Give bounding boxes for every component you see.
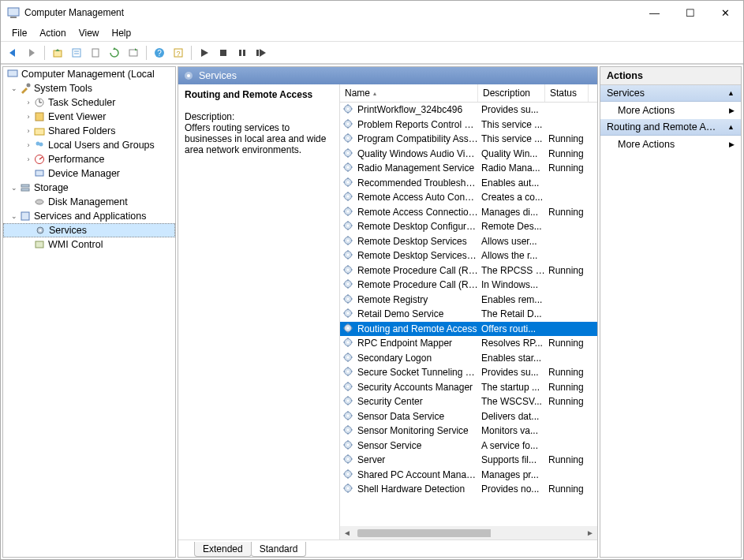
service-row[interactable]: Sensor ServiceA service fo... [340,439,597,454]
service-row[interactable]: Sensor Data ServiceDelivers dat... [340,409,597,424]
service-row[interactable]: Secondary LogonEnables star... [340,351,597,366]
column-name[interactable]: Name [340,84,478,102]
refresh-button[interactable] [106,44,123,62]
tree-storage[interactable]: ⌄ Storage [3,181,175,195]
close-button[interactable]: ✕ [708,1,743,24]
tree-wmi[interactable]: WMI Control [3,237,175,252]
expand-icon[interactable]: › [24,113,33,121]
event-icon [33,110,46,123]
tree-local-users[interactable]: › Local Users and Groups [3,138,175,152]
service-list[interactable]: PrintWorkflow_324bc496Provides su...Prob… [340,103,597,526]
back-button[interactable] [4,44,21,62]
column-status[interactable]: Status [545,84,589,102]
service-row[interactable]: Program Compatibility Assi...This servic… [340,132,597,147]
service-row[interactable]: Remote Procedure Call (RP...In Windows..… [340,278,597,293]
tab-standard[interactable]: Standard [251,542,307,557]
svg-point-176 [347,443,350,446]
service-row[interactable]: Remote Desktop ServicesAllows user... [340,234,597,249]
service-name: Remote Desktop Services [357,236,481,247]
expand-icon[interactable]: › [24,141,33,149]
service-name: Sensor Service [357,440,481,451]
expand-icon[interactable]: › [24,155,33,163]
service-row[interactable]: Shared PC Account ManagerManages pr... [340,468,597,483]
service-description: A service fo... [481,440,548,451]
tree-services-apps[interactable]: ⌄ Services and Applications [3,209,175,223]
service-row[interactable]: Sensor Monitoring ServiceMonitors va... [340,424,597,439]
scroll-right-icon[interactable]: ► [586,528,594,537]
help-topic-button[interactable]: ? [170,44,187,62]
service-row[interactable]: Retail Demo ServiceThe Retail D... [340,307,597,322]
menu-view[interactable]: View [73,26,106,40]
scroll-thumb[interactable] [357,529,580,537]
service-row[interactable]: Routing and Remote AccessOffers routi... [340,322,597,337]
stop-service-button[interactable] [215,44,232,62]
actions-section-services[interactable]: Services ▲ [600,85,741,102]
list-header: Name Description Status [340,84,597,103]
collapse-icon[interactable]: ⌄ [9,212,19,220]
service-row[interactable]: ServerSupports fil...Running [340,453,597,468]
service-row[interactable]: Secure Socket Tunneling Pr...Provides su… [340,365,597,380]
service-row[interactable]: RPC Endpoint MapperResolves RP...Running [340,336,597,351]
column-description[interactable]: Description [478,84,545,102]
menu-help[interactable]: Help [106,26,138,40]
horizontal-scrollbar[interactable]: ◄ ► [340,526,597,539]
actions-section-selected[interactable]: Routing and Remote Access ▲ [600,119,741,136]
service-name: Problem Reports Control Pa... [357,119,481,130]
export-button[interactable] [87,44,104,62]
service-row[interactable]: Recommended Troublesho...Enables aut... [340,176,597,191]
tree-root[interactable]: Computer Management (Local [3,67,175,81]
service-row[interactable]: Remote Desktop Services U...Allows the r… [340,248,597,263]
up-button[interactable] [49,44,66,62]
service-row[interactable]: Remote Access Connection...Manages di...… [340,205,597,220]
service-status: Running [548,207,592,218]
service-row[interactable]: Security CenterThe WSCSV...Running [340,394,597,409]
tab-extended[interactable]: Extended [194,542,252,557]
tree-device-manager[interactable]: Device Manager [3,166,175,181]
tree-system-tools[interactable]: ⌄ System Tools [3,81,175,95]
tree-disk-management[interactable]: Disk Management [3,195,175,209]
restart-service-button[interactable] [252,44,270,62]
service-row[interactable]: Security Accounts ManagerThe startup ...… [340,380,597,395]
gear-icon [342,366,355,379]
actions-more-selected[interactable]: More Actions ▶ [600,136,741,153]
pause-service-button[interactable] [234,44,251,62]
tree-label: Local Users and Groups [48,140,155,151]
service-row[interactable]: Shell Hardware DetectionProvides no...Ru… [340,482,597,497]
svg-rect-13 [239,50,241,56]
properties-button[interactable] [68,44,85,62]
service-description: Provides su... [481,367,548,378]
service-row[interactable]: Problem Reports Control Pa...This servic… [340,118,597,133]
collapse-icon: ▲ [727,89,735,97]
tree-event-viewer[interactable]: › Event Viewer [3,110,175,124]
help-button[interactable]: ? [151,44,168,62]
service-description: Supports fil... [481,454,548,465]
forward-button[interactable] [23,44,40,62]
tree-services[interactable]: Services [3,223,175,237]
service-row[interactable]: Remote RegistryEnables rem... [340,293,597,308]
minimize-button[interactable]: — [637,1,672,24]
service-row[interactable]: Remote Access Auto Conne...Creates a co.… [340,190,597,205]
collapse-icon[interactable]: ⌄ [9,84,19,92]
service-name: Remote Procedure Call (RPC) [357,265,481,276]
export-list-button[interactable] [125,44,142,62]
maximize-button[interactable]: ☐ [672,1,708,24]
svg-point-170 [347,429,350,431]
menu-action[interactable]: Action [33,26,72,40]
tree-shared-folders[interactable]: › Shared Folders [3,124,175,138]
service-row[interactable]: PrintWorkflow_324bc496Provides su... [340,103,597,118]
expand-icon[interactable]: › [24,127,33,135]
service-row[interactable]: Radio Management ServiceRadio Mana...Run… [340,161,597,176]
collapse-icon[interactable]: ⌄ [9,184,19,192]
expand-icon[interactable]: › [24,99,33,106]
start-service-button[interactable] [196,44,213,62]
service-row[interactable]: Quality Windows Audio Vid...Quality Win.… [340,147,597,162]
service-row[interactable]: Remote Desktop Configurat...Remote Des..… [340,219,597,234]
service-description: This service ... [481,133,548,144]
tree-task-scheduler[interactable]: › Task Scheduler [3,95,175,110]
tree-performance[interactable]: › Performance [3,152,175,166]
scroll-left-icon[interactable]: ◄ [343,528,351,537]
menu-file[interactable]: File [6,26,33,40]
actions-more-services[interactable]: More Actions ▶ [600,102,741,119]
navigation-tree[interactable]: Computer Management (Local ⌄ System Tool… [2,66,176,558]
service-row[interactable]: Remote Procedure Call (RPC)The RPCSS s..… [340,263,597,278]
